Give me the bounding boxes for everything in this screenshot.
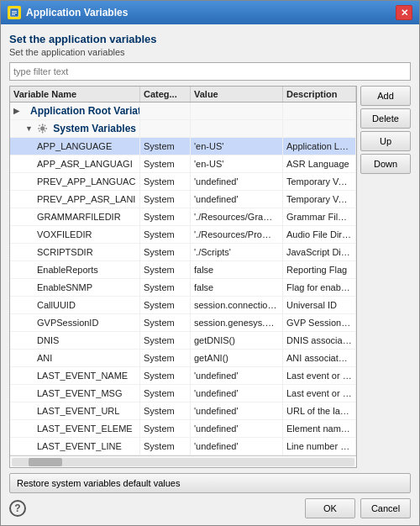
cell-value: 'undefined' — [191, 402, 283, 419]
table-row[interactable]: LAST_EVENT_ELEME System 'undefined' Elem… — [10, 420, 356, 438]
cell-description: Temporary Value of Previous ... — [283, 173, 356, 190]
cell-category: System — [140, 420, 191, 437]
table-row[interactable]: CallUUID System session.connection.uuid … — [10, 297, 356, 314]
cell-category: System — [140, 350, 191, 366]
filter-input[interactable] — [9, 62, 411, 81]
col-header-category: Categ... — [140, 87, 191, 102]
table-row[interactable]: APP_LANGUAGE System 'en-US' Application … — [10, 138, 356, 155]
cell-category: System — [140, 314, 191, 331]
cell-value: 'undefined' — [191, 420, 283, 437]
cell-description: ANI associated with the callin... — [283, 350, 356, 366]
group-system-variables[interactable]: ▼ S — [10, 120, 356, 138]
cell-category: System — [140, 261, 191, 278]
cell-value: getANI() — [191, 350, 283, 366]
cell-description: Audio File Directory — [283, 226, 356, 243]
header-title: Set the application variables — [9, 33, 411, 45]
cell-description: Flag for enabling SNMP Traps — [283, 279, 356, 296]
gear-icon — [38, 123, 47, 134]
cell-value: 'en-US' — [191, 155, 283, 172]
cell-description: DNIS associated with Called p... — [283, 332, 356, 349]
group-application-root[interactable]: ▶ Application Root Variat — [10, 103, 356, 120]
restore-button[interactable]: Restore system variables default values — [9, 473, 411, 493]
cell-name: EnableSNMP — [10, 279, 140, 296]
cell-description: Temporary Value of Previous ... — [283, 191, 356, 208]
cell-name: GVPSessionID — [10, 314, 140, 331]
cell-description: Reporting Flag — [283, 261, 356, 278]
cell-name: LAST_EVENT_NAME — [10, 367, 140, 384]
table-row[interactable]: GRAMMARFILEDIR System './Resources/Gramm… — [10, 208, 356, 226]
cell-value: 'undefined' — [191, 173, 283, 190]
table-row[interactable]: LAST_EVENT_NAME System 'undefined' Last … — [10, 367, 356, 385]
filter-row — [9, 62, 411, 81]
cell-category: System — [140, 332, 191, 349]
table-row[interactable]: LAST_EVENT_MSG System 'undefined' Last e… — [10, 385, 356, 402]
table-row[interactable]: APP_ASR_LANGUAGI System 'en-US' ASR Lang… — [10, 155, 356, 173]
cell-description: Universal ID — [283, 297, 356, 313]
table-row[interactable]: LAST_EVENT_URL System 'undefined' URL of… — [10, 402, 356, 420]
add-button[interactable]: Add — [360, 86, 411, 106]
cell-name: SCRIPTSDIR — [10, 244, 140, 260]
close-button[interactable]: ✕ — [396, 5, 412, 20]
table-row[interactable]: LAST_EVENT_LINE System 'undefined' Line … — [10, 438, 356, 455]
svg-rect-11 — [39, 130, 40, 132]
horizontal-scrollbar[interactable] — [10, 455, 356, 467]
tree-toggle-system: ▼ — [25, 122, 33, 135]
cell-name: DNIS — [10, 332, 140, 349]
cell-description: ASR Language — [283, 155, 356, 172]
cell-category: System — [140, 208, 191, 225]
up-button[interactable]: Up — [360, 131, 411, 151]
svg-rect-6 — [42, 131, 44, 133]
cell-value: getDNIS() — [191, 332, 283, 349]
cell-category: System — [140, 226, 191, 243]
header-section: Set the application variables Set the ap… — [9, 33, 411, 81]
application-variables-dialog: Application Variables ✕ Set the applicat… — [0, 0, 420, 526]
table-row[interactable]: EnableSNMP System false Flag for enablin… — [10, 279, 356, 297]
table-row[interactable]: VOXFILEDIR System './Resources/Prompts' … — [10, 226, 356, 244]
cell-description: URL of the last event. — [283, 402, 356, 419]
table-row[interactable]: PREV_APP_ASR_LANI System 'undefined' Tem… — [10, 191, 356, 208]
table-row[interactable]: EnableReports System false Reporting Fla… — [10, 261, 356, 279]
down-button[interactable]: Down — [360, 154, 411, 174]
cancel-button[interactable]: Cancel — [360, 498, 411, 518]
cell-name: LAST_EVENT_LINE — [10, 438, 140, 455]
svg-rect-3 — [12, 14, 15, 15]
cell-description: Grammar File Directory — [283, 208, 356, 225]
dialog-buttons: ? OK Cancel — [9, 497, 411, 520]
cell-category: System — [140, 279, 191, 296]
group-label-system: ▼ S — [10, 120, 140, 137]
hscroll-track[interactable] — [12, 458, 354, 466]
cell-category: System — [140, 438, 191, 455]
cell-value: 'undefined' — [191, 438, 283, 455]
cell-value: 'undefined' — [191, 191, 283, 208]
title-bar: Application Variables ✕ — [1, 1, 419, 24]
table-row[interactable]: GVPSessionID System session.genesys.user… — [10, 314, 356, 332]
table-row[interactable]: PREV_APP_LANGUAC System 'undefined' Temp… — [10, 173, 356, 191]
window-title: Application Variables — [26, 7, 128, 18]
cell-value: './Scripts' — [191, 244, 283, 260]
cell-value: false — [191, 279, 283, 296]
cell-description: Last event or error name — [283, 367, 356, 384]
cell-category: System — [140, 138, 191, 155]
svg-point-4 — [40, 127, 45, 131]
hscroll-thumb[interactable] — [29, 458, 62, 466]
cell-category: System — [140, 367, 191, 384]
cell-value: 'en-US' — [191, 138, 283, 155]
cell-value: 'undefined' — [191, 385, 283, 402]
window-icon — [8, 6, 21, 19]
cell-name: LAST_EVENT_URL — [10, 402, 140, 419]
ok-button[interactable]: OK — [305, 498, 355, 518]
cell-name: ANI — [10, 350, 140, 366]
delete-button[interactable]: Delete — [360, 108, 411, 129]
cell-description: Last event or error details — [283, 385, 356, 402]
table-body[interactable]: ▶ Application Root Variat ▼ — [10, 103, 356, 455]
col-header-description: Description — [283, 87, 356, 102]
table-header: Variable Name Categ... Value Description — [10, 87, 356, 103]
table-row[interactable]: DNIS System getDNIS() DNIS associated wi… — [10, 332, 356, 350]
cell-category: System — [140, 173, 191, 190]
table-row[interactable]: ANI System getANI() ANI associated with … — [10, 350, 356, 367]
table-row[interactable]: SCRIPTSDIR System './Scripts' JavaScript… — [10, 244, 356, 261]
side-buttons: Add Delete Up Down — [360, 86, 411, 468]
cell-name: CallUUID — [10, 297, 140, 313]
cell-name: PREV_APP_LANGUAC — [10, 173, 140, 190]
help-button[interactable]: ? — [9, 500, 26, 517]
